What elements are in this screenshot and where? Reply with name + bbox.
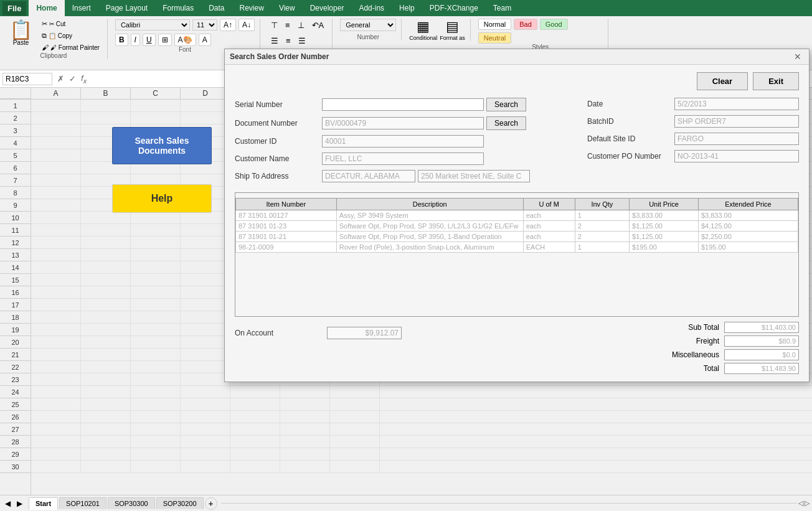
modal-close-button[interactable]: ✕ [791,52,804,62]
left-form-col: Serial Number Search Document Number Sea… [235,98,575,187]
table-row[interactable]: 98-21-0009 Rover Rod (Pole), 3-position … [236,242,798,253]
sub-total-row: Sub Total [657,322,799,333]
row2-uom: each [523,221,575,232]
misc-input[interactable] [724,349,799,360]
search-sales-order-modal: Search Sales Order Number ✕ Clear Exit S… [224,49,810,382]
row4-item: 98-21-0009 [236,242,337,253]
date-row: Date [587,98,799,110]
freight-input[interactable] [724,335,799,347]
row1-uom: each [523,210,575,221]
serial-number-row: Serial Number Search [235,98,575,111]
table-header-row: Item Number Description U of M Inv Qty U… [236,199,798,210]
modal-title: Search Sales Order Number [230,52,329,61]
customer-po-input[interactable] [674,150,799,162]
row4-qty: 1 [575,242,629,253]
batch-id-label: BatchID [587,117,674,126]
col-extended-price: Extended Price [698,199,798,210]
customer-name-input[interactable] [322,152,484,165]
items-table: Item Number Description U of M Inv Qty U… [235,198,798,253]
modal-body: Clear Exit Serial Number Search Document… [225,65,809,382]
row4-unit-price: $195.00 [630,242,699,253]
customer-id-label: Customer ID [235,137,322,146]
right-form-col: Date BatchID Default Site ID Customer PO… [587,98,799,187]
table-row[interactable]: 87 31901 00127 Assy, SP 3949 System each… [236,210,798,221]
row3-desc: Software Opt, Prop Prod, SP 3950, 1-Band… [336,232,523,242]
row2-unit-price: $1,125.00 [630,221,699,232]
col-item-number: Item Number [236,199,337,210]
default-site-row: Default Site ID [587,133,799,145]
row3-ext-price: $2,250.00 [698,232,798,242]
row3-qty: 2 [575,232,629,242]
freight-label: Freight [657,337,719,345]
batch-id-input[interactable] [674,115,799,128]
row1-desc: Assy, SP 3949 System [336,210,523,221]
row2-desc: Software Opt, Prop Prod, SP 3950, L/L2/L… [336,221,523,232]
clear-button[interactable]: Clear [697,72,748,90]
ship-to-address-row: Ship To Address [235,170,575,182]
document-number-row: Document Number Search [235,116,575,130]
document-number-input[interactable] [322,117,484,129]
on-account-area: On Account [235,327,402,339]
row2-ext-price: $4,125.00 [698,221,798,232]
on-account-input[interactable] [327,327,402,339]
customer-id-row: Customer ID [235,135,575,148]
row3-uom: each [523,232,575,242]
ship-to-address1-input[interactable] [322,170,415,182]
misc-row: Miscellaneous [657,349,799,360]
exit-button[interactable]: Exit [753,72,799,90]
total-input[interactable] [724,363,799,374]
total-label: Total [657,364,719,373]
date-label: Date [587,100,674,108]
row2-item: 87 31901 01-23 [236,221,337,232]
row4-ext-price: $195.00 [698,242,798,253]
row2-qty: 2 [575,221,629,232]
customer-id-input[interactable] [322,135,484,148]
ship-to-address-label: Ship To Address [235,172,322,180]
table-row[interactable]: 87 31901 01-21 Software Opt, Prop Prod, … [236,232,798,242]
row3-unit-price: $1,125.00 [630,232,699,242]
serial-number-input[interactable] [322,98,484,111]
row4-uom: EACH [523,242,575,253]
total-row: Total [657,363,799,374]
serial-number-search-button[interactable]: Search [486,98,526,111]
sub-total-input[interactable] [724,322,799,333]
batch-id-row: BatchID [587,115,799,128]
table-row[interactable]: 87 31901 01-23 Software Opt, Prop Prod, … [236,221,798,232]
ship-to-address2-input[interactable] [418,170,530,182]
row1-qty: 1 [575,210,629,221]
col-inv-qty: Inv Qty [575,199,629,210]
customer-po-label: Customer PO Number [587,152,674,161]
modal-title-bar: Search Sales Order Number ✕ [225,49,809,65]
serial-number-label: Serial Number [235,100,322,109]
col-uom: U of M [523,199,575,210]
default-site-input[interactable] [674,133,799,145]
on-account-label: On Account [235,329,322,337]
freight-row: Freight [657,335,799,347]
totals-right: Sub Total Freight Miscellaneous Total [657,322,799,374]
date-input[interactable] [674,98,799,110]
misc-label: Miscellaneous [657,350,719,359]
items-table-container[interactable]: Item Number Description U of M Inv Qty U… [235,192,799,317]
col-description: Description [336,199,523,210]
default-site-label: Default Site ID [587,134,674,143]
sub-total-label: Sub Total [657,323,719,332]
col-unit-price: Unit Price [630,199,699,210]
document-number-search-button[interactable]: Search [486,116,526,130]
row1-unit-price: $3,833.00 [630,210,699,221]
form-section: Serial Number Search Document Number Sea… [235,98,799,187]
address-fields [322,170,530,182]
customer-name-label: Customer Name [235,154,322,163]
row4-desc: Rover Rod (Pole), 3-position Snap-Lock, … [336,242,523,253]
totals-section: On Account Sub Total Freight Miscellaneo… [235,322,799,374]
customer-name-row: Customer Name [235,152,575,165]
modal-overlay: Search Sales Order Number ✕ Clear Exit S… [0,0,812,511]
row1-ext-price: $3,833.00 [698,210,798,221]
row1-item: 87 31901 00127 [236,210,337,221]
row3-item: 87 31901 01-21 [236,232,337,242]
document-number-label: Document Number [235,119,322,128]
customer-po-row: Customer PO Number [587,150,799,162]
